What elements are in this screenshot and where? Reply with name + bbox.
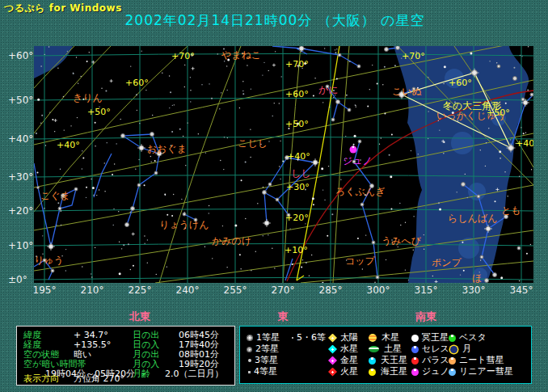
bright-star xyxy=(74,188,78,191)
star xyxy=(96,195,97,196)
star xyxy=(86,61,88,62)
legend-label: パラス xyxy=(422,355,449,366)
legend-label: 木星 xyxy=(381,332,399,344)
legend-label: 月 xyxy=(462,344,471,355)
star xyxy=(377,83,378,85)
star xyxy=(226,65,227,66)
star xyxy=(462,242,463,243)
star xyxy=(105,90,107,91)
star xyxy=(457,192,457,192)
star xyxy=(190,101,191,102)
milky-way-cloud xyxy=(468,183,486,200)
legend-item: 土星 xyxy=(369,344,402,355)
star xyxy=(201,84,202,85)
star xyxy=(173,194,174,195)
star xyxy=(89,52,90,53)
star xyxy=(374,282,375,283)
star xyxy=(428,138,428,139)
star xyxy=(251,270,251,271)
star xyxy=(179,129,181,130)
star xyxy=(234,225,237,227)
star xyxy=(257,203,258,204)
star xyxy=(289,228,290,229)
star xyxy=(45,145,46,145)
star xyxy=(36,133,37,134)
star xyxy=(251,88,251,89)
star xyxy=(95,122,96,124)
declination-label: +40° xyxy=(57,140,80,150)
mag4-star-icon xyxy=(248,371,251,373)
constellation-label: こぐま xyxy=(40,190,70,201)
legend-label: 海王星 xyxy=(381,366,407,377)
star-chart[interactable]: きりんおおぐまやまねこかにこじしししこぐまりゅうりょうけんかみのけこいぬいっかく… xyxy=(34,46,533,283)
star xyxy=(356,106,356,107)
star xyxy=(40,65,41,66)
star xyxy=(42,235,43,236)
star xyxy=(222,226,223,226)
star xyxy=(226,267,227,268)
legend-item: 2等星 xyxy=(247,344,279,355)
star xyxy=(156,274,157,275)
azimuth-label: 225° xyxy=(129,285,152,296)
legend-item: 冥王星 xyxy=(411,332,449,344)
star xyxy=(185,165,186,166)
page-title: 2002年02月14日21時00分 （大阪） の星空 xyxy=(125,11,425,30)
star xyxy=(384,66,386,68)
star xyxy=(242,81,243,82)
mag3-star-icon xyxy=(248,359,251,362)
star xyxy=(530,244,531,245)
bright-star xyxy=(58,207,61,210)
info-panel: 緯度+ 34.7°経度+135.5°空の状態暗い空が暗い時間帯19時04分～05… xyxy=(16,326,235,386)
star xyxy=(240,268,241,269)
star xyxy=(263,235,263,236)
star xyxy=(82,150,82,151)
bright-star xyxy=(396,46,400,50)
star xyxy=(292,263,293,265)
star xyxy=(167,266,167,267)
bright-star xyxy=(150,133,154,137)
constellation-line xyxy=(127,154,159,225)
constellation-label: りょうけん xyxy=(159,219,209,230)
star xyxy=(130,65,131,66)
star xyxy=(443,83,444,84)
star xyxy=(65,270,66,271)
star xyxy=(408,280,409,280)
star xyxy=(219,108,220,109)
legend-item: 1等星 xyxy=(247,332,280,344)
star xyxy=(390,175,392,178)
azimuth-label: 330° xyxy=(462,285,486,296)
constellation-label: やまねこ xyxy=(221,49,261,61)
jupiter-icon xyxy=(369,334,377,342)
star xyxy=(190,90,191,91)
star xyxy=(64,129,65,130)
legend-panel: 1等星2等星3等星4等星5・6等太陽水星金星火星木星土星天王星海王星冥王星セレス… xyxy=(239,326,532,384)
star xyxy=(172,105,173,106)
star xyxy=(527,90,529,91)
star xyxy=(133,265,134,267)
star xyxy=(394,65,396,66)
star xyxy=(118,211,119,212)
star xyxy=(120,119,120,120)
star xyxy=(95,145,95,146)
constellation-line xyxy=(94,154,112,197)
star xyxy=(123,244,124,246)
bright-star xyxy=(462,183,466,187)
constellation-label: こじし xyxy=(238,137,268,149)
star xyxy=(465,174,466,175)
altitude-label: ±0° xyxy=(8,274,34,285)
star xyxy=(362,268,363,269)
bright-star xyxy=(480,255,483,259)
legend-label: 火星 xyxy=(340,366,358,377)
bright-star xyxy=(268,183,272,186)
vesta-icon xyxy=(449,335,456,342)
altitude-label: +30° xyxy=(8,171,34,183)
constellation-label: ろくぶんぎ xyxy=(335,186,385,197)
star xyxy=(504,171,505,172)
star xyxy=(104,191,105,192)
star xyxy=(272,248,272,249)
star xyxy=(61,225,61,226)
legend-label: セレス xyxy=(422,344,449,355)
legend-item: ジュノ xyxy=(411,366,449,377)
star xyxy=(321,167,323,170)
legend-label: 4等星 xyxy=(254,366,277,377)
